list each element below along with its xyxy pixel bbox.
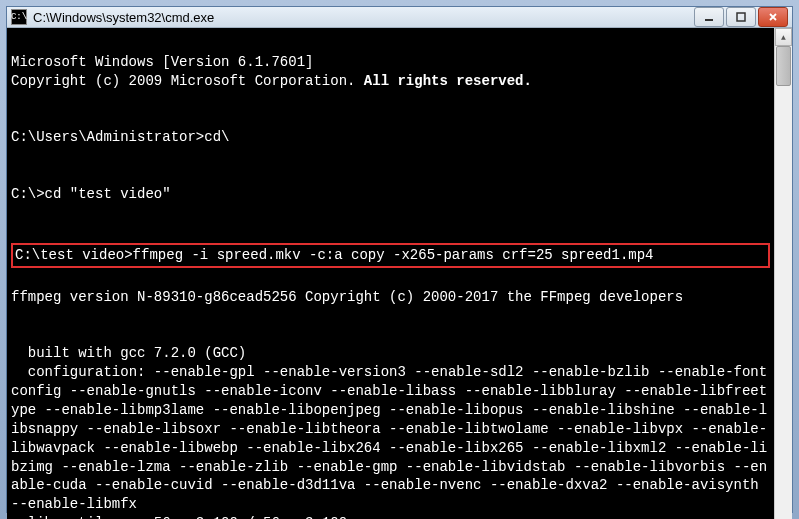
- scroll-thumb[interactable]: [776, 46, 791, 86]
- minimize-button[interactable]: [694, 7, 724, 27]
- blank-line: [11, 204, 770, 223]
- built-with-line: built with gcc 7.2.0 (GCC): [11, 345, 246, 361]
- prompt-cd-testvideo: C:\>cd "test video": [11, 186, 171, 202]
- console-area: Microsoft Windows [Version 6.1.7601] Cop…: [7, 28, 792, 519]
- cmd-icon: C:\: [11, 9, 27, 25]
- scroll-up-arrow-icon[interactable]: ▲: [775, 28, 792, 46]
- ffmpeg-version-line: ffmpeg version N-89310-g86cead5256 Copyr…: [11, 289, 683, 305]
- window-controls: [694, 7, 788, 27]
- window-title: C:\Windows\system32\cmd.exe: [33, 10, 694, 25]
- maximize-button[interactable]: [726, 7, 756, 27]
- blank-line: [11, 147, 770, 166]
- prompt-cd-root: C:\Users\Administrator>cd\: [11, 129, 229, 145]
- blank-line: [11, 306, 770, 325]
- highlighted-command: C:\test video>ffmpeg -i spreed.mkv -c:a …: [11, 243, 770, 268]
- console-output[interactable]: Microsoft Windows [Version 6.1.7601] Cop…: [7, 28, 774, 519]
- copyright-line: Copyright (c) 2009 Microsoft Corporation…: [11, 73, 532, 89]
- scroll-track[interactable]: [775, 46, 792, 519]
- titlebar[interactable]: C:\ C:\Windows\system32\cmd.exe: [7, 7, 792, 28]
- os-version-line: Microsoft Windows [Version 6.1.7601]: [11, 54, 313, 70]
- blank-line: [11, 91, 770, 110]
- libavutil-line: libavutil 56. 3.100 / 56. 3.100: [11, 515, 347, 519]
- configuration-line: configuration: --enable-gpl --enable-ver…: [11, 364, 767, 512]
- svg-rect-1: [737, 13, 745, 21]
- cmd-window: C:\ C:\Windows\system32\cmd.exe Microsof…: [6, 6, 793, 513]
- close-button[interactable]: [758, 7, 788, 27]
- vertical-scrollbar[interactable]: ▲ ▼: [774, 28, 792, 519]
- svg-rect-0: [705, 19, 713, 21]
